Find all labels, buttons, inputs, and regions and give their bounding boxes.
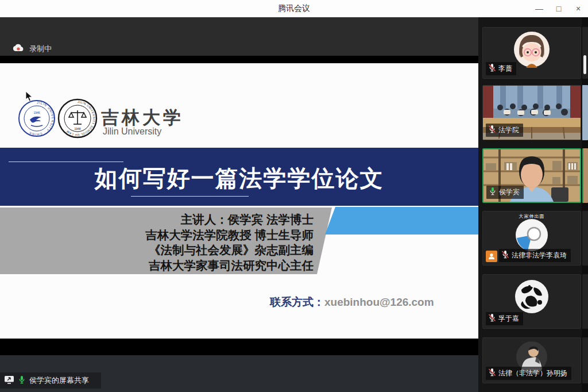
bw-art-avatar xyxy=(483,279,581,314)
cloud-recording-icon xyxy=(13,44,24,54)
contact-info: 联系方式：xuebinhou@126.com xyxy=(270,295,454,310)
presenter-line: 吉林大学法学院教授 博士生导师 xyxy=(0,228,314,243)
contact-email: xuebinhou@126.com xyxy=(324,296,434,308)
mic-muted-icon xyxy=(488,125,496,136)
clipped-tile-sliver xyxy=(582,85,588,140)
participants-sidebar: 李蔷 xyxy=(478,17,582,392)
participant-tile[interactable]: 大家伸出圆 xyxy=(482,211,581,266)
presenter-info: 主讲人：侯学宾 法学博士 吉林大学法学院教授 博士生导师 《法制与社会发展》杂志… xyxy=(0,212,314,273)
participant-name: 侯学宾 xyxy=(499,187,520,197)
slide-title-banner: 如何写好一篇法学学位论文 xyxy=(0,148,478,206)
clipped-video-column xyxy=(582,17,588,392)
decor-line-top xyxy=(9,162,123,162)
clipped-tile-sliver xyxy=(582,148,588,203)
law-school-seal: JILIN UNIVERSITY SCHOOL OF LAW 1948 xyxy=(57,98,98,139)
jilin-university-seal: JILIN UNIVERSITY · CHINA 1946 xyxy=(17,99,56,138)
participant-name: 法律非法学李袁琦 xyxy=(512,251,567,260)
contact-label: 联系方式： xyxy=(270,296,324,308)
mic-muted-icon xyxy=(488,313,496,324)
close-button[interactable]: × xyxy=(568,0,588,17)
clipped-tile-sliver xyxy=(582,337,588,383)
slide-title: 如何写好一篇法学学位论文 xyxy=(0,163,478,194)
participant-name: 李蔷 xyxy=(498,64,512,74)
university-name-en: Jilin University xyxy=(103,126,161,137)
presenter-line: 吉林大学家事司法研究中心主任 xyxy=(0,258,314,274)
window-title: 腾讯会议 xyxy=(278,3,310,14)
screen-share-icon xyxy=(4,375,14,386)
window-titlebar: 腾讯会议 — □ × xyxy=(0,0,588,17)
participant-tile[interactable]: 法律（非法学）孙明扬 xyxy=(482,337,581,383)
stage-top-strip xyxy=(0,17,478,56)
recording-indicator[interactable]: 录制中 xyxy=(13,44,52,54)
participant-tile[interactable]: 法学院 xyxy=(482,85,581,140)
accent-band xyxy=(325,207,478,235)
presenter-line: 《法制与社会发展》杂志副主编 xyxy=(0,243,314,258)
svg-text:1946: 1946 xyxy=(33,111,40,114)
participant-name: 法律（非法学）孙明扬 xyxy=(498,368,567,378)
decor-line-bottom xyxy=(131,196,249,197)
screen-share-indicator: 侯学宾的屏幕共享 xyxy=(0,372,101,389)
letterbox-top xyxy=(0,56,478,63)
participant-tile-active-speaker[interactable]: 侯学宾 xyxy=(482,148,581,203)
svg-text:1948: 1948 xyxy=(74,127,80,130)
minimize-button[interactable]: — xyxy=(529,0,549,17)
presenter-line: 主讲人：侯学宾 法学博士 xyxy=(0,212,314,228)
screen-share-label: 侯学宾的屏幕共享 xyxy=(29,375,89,386)
phone-participant-badge xyxy=(486,251,497,262)
tencent-meeting-window: 腾讯会议 — □ × 录制中 JILIN UNIVERSITY · CHINA xyxy=(0,0,588,392)
maximize-button[interactable]: □ xyxy=(549,0,568,17)
mic-on-icon xyxy=(18,375,26,386)
participant-tile[interactable]: 李蔷 xyxy=(482,27,581,79)
shared-screen-slide: JILIN UNIVERSITY · CHINA 1946 JILIN UNIV… xyxy=(0,63,478,339)
mic-muted-icon xyxy=(488,368,496,379)
letterbox-bottom xyxy=(0,339,478,355)
mic-muted-icon xyxy=(501,250,509,261)
participant-name: 法学院 xyxy=(498,125,519,135)
mic-on-icon xyxy=(489,187,497,198)
recording-label: 录制中 xyxy=(29,44,52,54)
blue-logo-avatar xyxy=(483,218,581,252)
participant-tile[interactable]: 孚于嘉 xyxy=(482,274,581,329)
clipped-tile-sliver xyxy=(582,211,588,266)
mouse-cursor-icon xyxy=(25,91,33,102)
participant-name: 孚于嘉 xyxy=(498,314,519,324)
clipped-tile-sliver xyxy=(582,274,588,329)
sidebar-scrollbar-thumb[interactable] xyxy=(583,55,586,74)
mic-muted-icon xyxy=(488,63,496,74)
